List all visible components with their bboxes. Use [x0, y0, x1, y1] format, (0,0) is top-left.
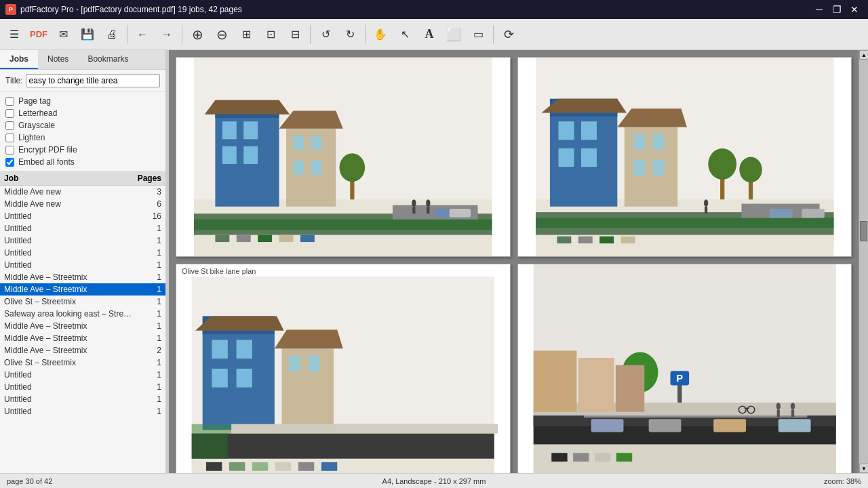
- crop-btn[interactable]: ⊟: [283, 23, 307, 46]
- email-btn[interactable]: ✉: [52, 23, 75, 46]
- status-paper: A4, Landscape - 210 x 297 mm: [292, 477, 576, 485]
- svg-point-105: [776, 403, 780, 410]
- svg-rect-21: [412, 207, 415, 214]
- app-icon: P: [5, 4, 16, 15]
- job-row-1[interactable]: Middle Ave new6: [0, 198, 165, 210]
- page-3-label: Olive St bike lane plan: [182, 267, 256, 275]
- undo-btn[interactable]: ↺: [314, 23, 337, 46]
- svg-marker-9: [205, 100, 290, 115]
- tab-bookmarks[interactable]: Bookmarks: [78, 50, 138, 69]
- job-row-0[interactable]: Middle Ave new3: [0, 186, 165, 198]
- job-row-4[interactable]: Untitled1: [0, 235, 165, 247]
- grid-btn[interactable]: ⊞: [235, 23, 258, 46]
- job-name: Middle Ave – Streetmix: [4, 321, 134, 331]
- job-row-11[interactable]: Middle Ave – Streetmix1: [0, 320, 165, 332]
- scrollbar-thumb[interactable]: [860, 221, 867, 241]
- svg-rect-74: [289, 356, 300, 371]
- menu-btn[interactable]: ☰: [3, 23, 26, 46]
- job-name: Untitled: [4, 211, 134, 221]
- minimize-button[interactable]: ─: [811, 3, 827, 16]
- job-name: Untitled: [4, 370, 134, 380]
- svg-rect-98: [533, 350, 576, 411]
- job-row-14[interactable]: Olive St – Streetmix1: [0, 357, 165, 369]
- zoom-in-btn[interactable]: ⊕: [186, 23, 209, 46]
- titlebar: P pdfFactory Pro - [pdfFactory document.…: [0, 0, 868, 19]
- svg-rect-5: [222, 121, 237, 139]
- svg-rect-80: [252, 462, 268, 471]
- job-name: Middle Ave – Streetmix: [4, 285, 134, 294]
- job-row-6[interactable]: Untitled1: [0, 259, 165, 271]
- page-tag-checkbox[interactable]: [5, 97, 14, 106]
- svg-rect-113: [573, 453, 589, 462]
- hand-btn[interactable]: ✋: [369, 23, 392, 46]
- svg-point-20: [412, 199, 416, 206]
- scroll-down-btn[interactable]: ▼: [859, 464, 868, 473]
- job-pages: 16: [134, 211, 161, 221]
- svg-rect-55: [770, 209, 792, 218]
- job-row-18[interactable]: Untitled1: [0, 405, 165, 418]
- job-row-12[interactable]: Middle Ave – Streetmix1: [0, 332, 165, 344]
- grayscale-checkbox[interactable]: [5, 121, 14, 130]
- window-controls: ─ ❐ ✕: [811, 3, 863, 16]
- job-row-2[interactable]: Untitled16: [0, 210, 165, 222]
- scrollbar-track[interactable]: [859, 60, 868, 464]
- job-row-15[interactable]: Untitled1: [0, 369, 165, 381]
- tab-jobs[interactable]: Jobs: [0, 50, 38, 69]
- close-button[interactable]: ✕: [846, 3, 863, 16]
- svg-rect-45: [633, 160, 645, 176]
- encrypt-checkbox[interactable]: [5, 146, 14, 155]
- job-row-16[interactable]: Untitled1: [0, 381, 165, 393]
- job-row-17[interactable]: Untitled1: [0, 393, 165, 405]
- letterhead-checkbox[interactable]: [5, 109, 14, 118]
- zoom-out-btn[interactable]: ⊖: [210, 23, 233, 46]
- fit-page-btn[interactable]: ⊡: [259, 23, 282, 46]
- stamp-btn[interactable]: ▭: [467, 23, 490, 46]
- svg-rect-27: [237, 235, 251, 242]
- title-label: Title:: [5, 76, 23, 85]
- job-row-8[interactable]: Middle Ave – Streetmix1: [0, 283, 165, 296]
- embed-fonts-checkbox[interactable]: [5, 158, 14, 167]
- pdf-page-4: P P: [517, 264, 852, 473]
- back-btn[interactable]: ←: [131, 23, 154, 46]
- job-row-5[interactable]: Untitled1: [0, 247, 165, 259]
- pdf-viewer[interactable]: Olive St bike lane plan: [169, 50, 859, 473]
- print-btn[interactable]: 🖨: [100, 23, 123, 46]
- job-row-13[interactable]: Middle Ave – Streetmix2: [0, 344, 165, 357]
- pdf-scrollbar[interactable]: ▲ ▼: [859, 50, 868, 473]
- svg-rect-102: [648, 419, 681, 432]
- col-header-pages: Pages: [134, 174, 161, 183]
- job-pages: 1: [134, 224, 161, 233]
- job-name: Untitled: [4, 260, 134, 270]
- lighten-checkbox[interactable]: [5, 134, 14, 142]
- pdf-btn[interactable]: PDF: [27, 23, 50, 46]
- tab-notes[interactable]: Notes: [38, 50, 78, 69]
- title-input[interactable]: [26, 74, 160, 87]
- job-row-7[interactable]: Middle Ave – Streetmix1: [0, 271, 165, 283]
- job-name: Untitled: [4, 407, 134, 416]
- job-row-3[interactable]: Untitled1: [0, 222, 165, 235]
- job-list-container: Job Pages Middle Ave new3Middle Ave new6…: [0, 171, 165, 473]
- toolbar: ☰ PDF ✉ 💾 🖨 ← → ⊕ ⊖ ⊞ ⊡ ⊟ ↺ ↻ ✋ ↖ A ⬜ ▭ …: [0, 19, 868, 50]
- job-row-10[interactable]: Safeway area looking east – Street...1: [0, 308, 165, 320]
- job-name: Middle Ave – Streetmix: [4, 333, 134, 343]
- window-title: pdfFactory Pro - [pdfFactory document.pd…: [20, 5, 242, 14]
- job-pages: 1: [134, 321, 161, 331]
- save-btn[interactable]: 💾: [76, 23, 99, 46]
- restore-button[interactable]: ❐: [829, 3, 845, 16]
- letterhead-label: Letterhead: [18, 108, 57, 118]
- svg-rect-106: [776, 410, 779, 418]
- zoom-box-btn[interactable]: ⬜: [442, 23, 465, 46]
- job-pages: 1: [134, 358, 161, 367]
- select-btn[interactable]: ↖: [393, 23, 416, 46]
- pdf-page-2: [517, 57, 852, 257]
- panel-tabs: Jobs Notes Bookmarks: [0, 50, 165, 70]
- refresh-btn[interactable]: ⟳: [497, 23, 520, 46]
- svg-rect-82: [298, 462, 314, 471]
- separator-3: [310, 25, 311, 44]
- redo-btn[interactable]: ↻: [338, 23, 361, 46]
- job-row-9[interactable]: Olive St – Streetmix1: [0, 296, 165, 308]
- text-btn[interactable]: A: [418, 23, 441, 46]
- scroll-up-btn[interactable]: ▲: [859, 50, 868, 60]
- main-area: Jobs Notes Bookmarks Title: Page tag Let…: [0, 50, 868, 473]
- forward-btn[interactable]: →: [155, 23, 178, 46]
